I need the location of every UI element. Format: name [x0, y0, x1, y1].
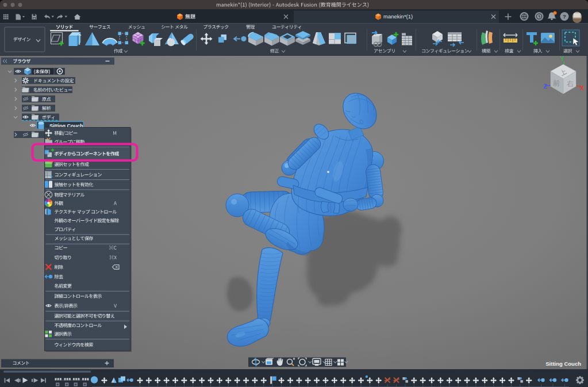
svg-text:Sitting Couch: Sitting Couch: [545, 361, 581, 367]
svg-text:Y: Y: [560, 56, 564, 62]
svg-text:X: X: [580, 85, 584, 91]
svg-text:?: ?: [563, 13, 566, 20]
svg-text:Z: Z: [543, 83, 547, 90]
svg-text:manekin*(1): manekin*(1): [383, 13, 413, 20]
